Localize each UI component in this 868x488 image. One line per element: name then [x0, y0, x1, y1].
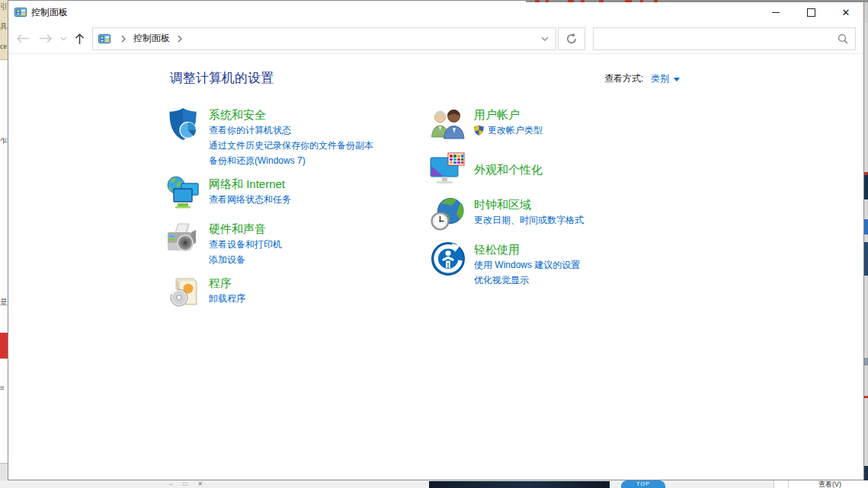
category-user-accounts: 用户帐户更改帐户类型: [430, 106, 693, 144]
task-link-row: 更改帐户类型: [474, 123, 543, 138]
breadcrumb-control-panel[interactable]: 控制面板: [132, 32, 171, 45]
navigation-toolbar: 控制面板: [8, 24, 863, 54]
printer-speaker-icon[interactable]: [165, 220, 201, 257]
background-right-strip: [864, 0, 868, 488]
search-input[interactable]: [594, 29, 838, 49]
maximize-button[interactable]: [793, 1, 828, 24]
category-programs: 程序卸载程序: [165, 274, 428, 312]
task-link[interactable]: 更改日期、时间或数字格式: [474, 212, 584, 228]
category-network-internet: 网络和 Internet查看网络状态和任务: [165, 175, 428, 213]
software-box-cd-icon[interactable]: [165, 274, 201, 311]
task-link[interactable]: 查看设备和打印机: [209, 237, 282, 252]
background-red-block: [0, 333, 8, 359]
view-by-label: 查看方式:: [604, 72, 643, 85]
task-link[interactable]: 更改帐户类型: [488, 123, 543, 138]
background-close-icon[interactable]: ✕: [197, 480, 203, 488]
task-link-row: 查看设备和打印机: [209, 237, 282, 252]
category-column-right: 用户帐户更改帐户类型外观和个性化时钟和区域更改日期、时间或数字格式轻松使用使用 …: [430, 106, 693, 295]
task-link[interactable]: 查看你的计算机状态: [209, 123, 291, 138]
task-link-row: 优化视觉显示: [474, 273, 580, 288]
back-button[interactable]: [11, 27, 34, 50]
close-button[interactable]: ✕: [828, 1, 863, 24]
two-users-icon[interactable]: [430, 106, 466, 142]
address-bar[interactable]: 控制面板: [92, 27, 556, 50]
shield-icon[interactable]: [165, 106, 201, 142]
search-icon[interactable]: [838, 33, 848, 44]
background-menu-bar: 查看(V): [774, 480, 868, 488]
task-link[interactable]: 使用 Windows 建议的设置: [474, 257, 580, 273]
task-link-row: 查看网络状态和任务: [209, 192, 291, 207]
globe-clock-icon[interactable]: [430, 196, 466, 232]
control-panel-window: 控制面板 ✕ 控制面板: [8, 0, 864, 480]
category-appearance-personalization: 外观和个性化: [430, 151, 693, 189]
background-window-controls[interactable]: – □ ✕: [169, 480, 203, 488]
background-minimize-icon[interactable]: –: [169, 480, 172, 488]
title-bar[interactable]: 控制面板 ✕: [8, 1, 863, 24]
category-link-ease-of-access[interactable]: 轻松使用: [474, 241, 580, 257]
breadcrumb-control-panel-icon: [98, 33, 111, 45]
category-link-system-security[interactable]: 系统和安全: [209, 107, 373, 123]
category-link-hardware-sound[interactable]: 硬件和声音: [209, 221, 282, 237]
chevron-down-icon: [674, 78, 680, 81]
category-link-network-internet[interactable]: 网络和 Internet: [209, 176, 291, 192]
category-link-programs[interactable]: 程序: [209, 275, 245, 291]
task-link[interactable]: 备份和还原(Windows 7): [209, 153, 306, 168]
task-link[interactable]: 查看网络状态和任务: [209, 192, 291, 207]
monitor-palette-icon[interactable]: [430, 151, 466, 187]
forward-button[interactable]: [34, 27, 57, 50]
page-title: 调整计算机的设置: [170, 69, 274, 87]
category-link-clock-region[interactable]: 时钟和区域: [474, 196, 584, 212]
task-link-row: 卸载程序: [209, 291, 245, 306]
category-clock-region: 时钟和区域更改日期、时间或数字格式: [430, 196, 693, 234]
refresh-button[interactable]: [558, 27, 585, 50]
view-by-dropdown[interactable]: 类别: [651, 72, 680, 85]
category-hardware-sound: 硬件和声音查看设备和打印机添加设备: [165, 220, 428, 267]
category-system-security: 系统和安全查看你的计算机状态通过文件历史记录保存你的文件备份副本备份和还原(Wi…: [165, 106, 428, 168]
background-top-sliver: [526, 0, 868, 2]
task-link-row: 添加设备: [209, 252, 282, 267]
view-by-control: 查看方式: 类别: [604, 72, 680, 85]
control-panel-icon: [14, 6, 27, 18]
task-link[interactable]: 优化视觉显示: [474, 273, 529, 288]
uac-shield-icon: [474, 125, 484, 136]
background-dark-banner: [429, 481, 610, 488]
task-link-row: 使用 Windows 建议的设置: [474, 257, 580, 273]
task-link[interactable]: 添加设备: [209, 252, 245, 267]
window-title: 控制面板: [31, 6, 68, 19]
address-history-chevron-icon[interactable]: [534, 28, 556, 49]
task-link[interactable]: 卸载程序: [209, 291, 245, 306]
task-link-row: 通过文件历史记录保存你的文件备份副本: [209, 138, 373, 153]
network-globe-icon[interactable]: [165, 175, 201, 212]
up-button[interactable]: [69, 27, 89, 50]
background-maximize-icon[interactable]: □: [183, 480, 187, 488]
task-link-row: 查看你的计算机状态: [209, 123, 373, 138]
background-bottom-strip: – □ ✕ TOP 查看(V): [0, 480, 868, 488]
search-box[interactable]: [593, 27, 856, 50]
background-view-menu[interactable]: 查看(V): [818, 480, 841, 488]
ease-of-access-icon[interactable]: [430, 241, 466, 277]
category-column-left: 系统和安全查看你的计算机状态通过文件历史记录保存你的文件备份副本备份和还原(Wi…: [165, 106, 428, 319]
task-link-row: 更改日期、时间或数字格式: [474, 212, 584, 228]
task-link-row: 备份和还原(Windows 7): [209, 153, 373, 168]
category-link-appearance-personalization[interactable]: 外观和个性化: [474, 161, 543, 177]
category-link-user-accounts[interactable]: 用户帐户: [474, 107, 543, 123]
task-link[interactable]: 通过文件历史记录保存你的文件备份副本: [209, 138, 373, 153]
category-ease-of-access: 轻松使用使用 Windows 建议的设置优化视觉显示: [430, 241, 693, 288]
recent-locations-chevron-icon[interactable]: [57, 27, 69, 50]
minimize-button[interactable]: [758, 1, 793, 24]
breadcrumb-chevron-icon[interactable]: [121, 35, 126, 43]
control-panel-home: 调整计算机的设置 查看方式: 类别 系统和安全查看你的计算机状态通过文件历史记录…: [8, 54, 863, 480]
background-top-button[interactable]: TOP: [621, 480, 665, 488]
breadcrumb-chevron-icon[interactable]: [178, 35, 182, 43]
background-left-strip: 引 具 ce 乍 是 ≡: [0, 0, 8, 488]
